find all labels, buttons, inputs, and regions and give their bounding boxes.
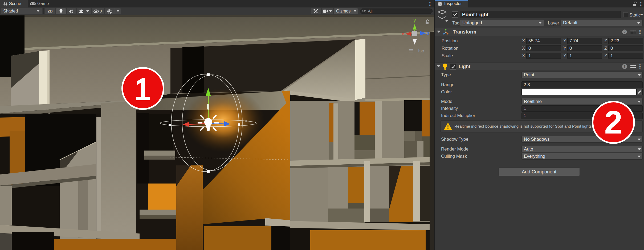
- svg-text:y: y: [414, 18, 416, 23]
- svg-text:x: x: [402, 31, 404, 36]
- svg-text:Iso: Iso: [418, 48, 424, 53]
- svg-text:z: z: [427, 31, 430, 36]
